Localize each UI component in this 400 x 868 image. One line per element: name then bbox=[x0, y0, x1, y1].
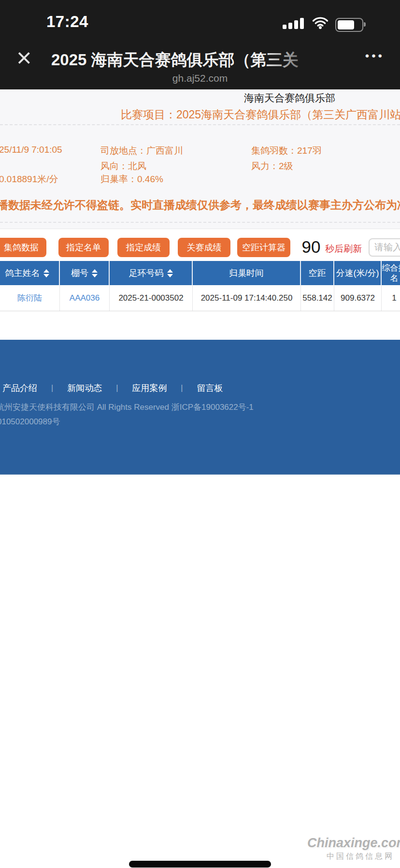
dashed-divider bbox=[0, 124, 400, 125]
search-input[interactable] bbox=[369, 238, 400, 257]
panel-divider bbox=[0, 229, 400, 229]
header-distance: 空距 bbox=[301, 261, 334, 285]
refresh-label: 秒后刷新 bbox=[325, 243, 362, 255]
status-time: 17:24 bbox=[46, 13, 88, 31]
site-footer: 产品介绍 | 新闻动态 | 应用案例 | 留言板 杭州安捷天使科技有限公司 Al… bbox=[0, 340, 400, 475]
close-icon[interactable]: × bbox=[16, 44, 32, 71]
cell-shed-number[interactable]: AAA036 bbox=[60, 285, 110, 311]
fastest-speed: 0.018891米/分 bbox=[0, 173, 58, 186]
footer-separator: | bbox=[51, 384, 53, 392]
table-row: 陈衍陆 AAA036 2025-21-0003502 2025-11-09 17… bbox=[0, 285, 400, 311]
cell-owner-name[interactable]: 陈衍陆 bbox=[0, 285, 60, 311]
return-rate: 归巢率：0.46% bbox=[100, 173, 163, 186]
footer-link-news[interactable]: 新闻动态 bbox=[67, 382, 102, 394]
page-url: gh.aj52.com bbox=[0, 72, 400, 84]
title-fade-overlay bbox=[265, 45, 347, 72]
home-indicator bbox=[129, 861, 271, 868]
wind-direction: 风向：北风 bbox=[100, 160, 146, 173]
designated-list-button[interactable]: 指定名单 bbox=[58, 238, 109, 257]
header-owner-name[interactable]: 鸽主姓名 bbox=[0, 261, 60, 285]
battery-icon bbox=[335, 18, 363, 32]
cell-ring-number: 2025-21-0003502 bbox=[110, 285, 193, 311]
sort-icon bbox=[43, 269, 49, 277]
wifi-icon bbox=[312, 16, 329, 31]
designated-results-button[interactable]: 指定成绩 bbox=[117, 238, 170, 257]
chinaxinge-watermark: Chinaxinge.com bbox=[307, 836, 400, 851]
footer-link-cases[interactable]: 应用案例 bbox=[132, 382, 167, 394]
header-overall-rank: 综合排名 bbox=[382, 261, 400, 285]
race-results-button[interactable]: 关赛成绩 bbox=[178, 238, 230, 257]
distance-calculator-button[interactable]: 空距计算器 bbox=[237, 238, 290, 257]
release-time: 25/11/9 7:01:05 bbox=[0, 145, 62, 155]
footer-link-message-board[interactable]: 留言板 bbox=[197, 382, 223, 394]
sort-icon bbox=[92, 269, 98, 277]
dashed-divider bbox=[0, 222, 400, 223]
screen: 17:24 × 2025 海南天合赛鸽俱乐部（第三关 ••• gh.aj52.c… bbox=[0, 0, 400, 868]
footer-link-products[interactable]: 产品介绍 bbox=[2, 382, 37, 394]
header-speed: 分速(米/分) bbox=[334, 261, 382, 285]
signal-icon bbox=[283, 17, 304, 29]
header-ring-number[interactable]: 足环号码 bbox=[110, 261, 193, 285]
header-return-time: 归巢时间 bbox=[193, 261, 301, 285]
cell-distance: 558.142 bbox=[301, 285, 334, 311]
refresh-countdown: 90 bbox=[300, 237, 323, 257]
header-shed-number[interactable]: 棚号 bbox=[60, 261, 110, 285]
wind-force: 风力：2级 bbox=[251, 160, 293, 173]
sort-icon bbox=[167, 269, 173, 277]
cell-rank: 1 bbox=[382, 285, 400, 311]
cell-return-time: 2025-11-09 17:14:40.250 bbox=[193, 285, 301, 311]
live-disclaimer: 播数据未经允许不得盗链。实时直播成绩仅供参考，最终成绩以赛事主办方公布为准 bbox=[0, 198, 400, 213]
footer-separator: | bbox=[181, 384, 183, 392]
table-header-row: 鸽主姓名 棚号 足环号码 归巢时间 空距 分速(米/分) 综合排名 bbox=[0, 261, 400, 285]
race-title: 比赛项目：2025海南天合赛鸽俱乐部（第三关广西富川站 bbox=[121, 107, 400, 122]
browser-topbar: 17:24 × 2025 海南天合赛鸽俱乐部（第三关 ••• gh.aj52.c… bbox=[0, 0, 400, 89]
footer-copyright: 杭州安捷天使科技有限公司 All Rights Reserved 浙ICP备19… bbox=[0, 402, 254, 413]
collect-data-button[interactable]: 集鸽数据 bbox=[0, 238, 46, 257]
pigeon-count: 集鸽羽数：217羽 bbox=[251, 145, 322, 157]
club-name: 海南天合赛鸽俱乐部 bbox=[244, 91, 335, 105]
footer-police-record: 010502000989号 bbox=[0, 416, 60, 427]
footer-separator: | bbox=[116, 384, 118, 392]
results-table: 鸽主姓名 棚号 足环号码 归巢时间 空距 分速(米/分) 综合排名 bbox=[0, 261, 400, 311]
release-site: 司放地点：广西富川 bbox=[100, 145, 183, 157]
cell-speed: 909.6372 bbox=[334, 285, 382, 311]
more-menu-icon[interactable]: ••• bbox=[365, 49, 385, 63]
footer-nav: 产品介绍 | 新闻动态 | 应用案例 | 留言板 bbox=[2, 382, 223, 394]
chinaxinge-watermark-cn: 中国信鸽信息网 bbox=[327, 852, 394, 862]
